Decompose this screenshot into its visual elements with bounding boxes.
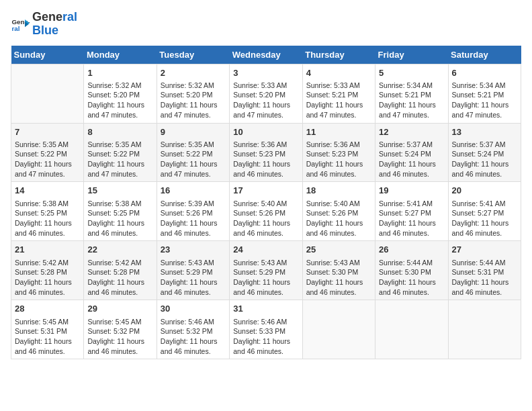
day-info: Sunrise: 5:35 AM Sunset: 5:22 PM Dayligh…: [87, 140, 152, 179]
day-header-tuesday: Tuesday: [157, 46, 229, 64]
day-number: 31: [233, 303, 298, 315]
day-info: Sunrise: 5:35 AM Sunset: 5:22 PM Dayligh…: [15, 140, 80, 179]
day-info: Sunrise: 5:38 AM Sunset: 5:25 PM Dayligh…: [87, 199, 152, 238]
calendar-cell: 6Sunrise: 5:34 AM Sunset: 5:21 PM Daylig…: [448, 64, 521, 123]
day-header-wednesday: Wednesday: [230, 46, 302, 64]
day-info: Sunrise: 5:40 AM Sunset: 5:26 PM Dayligh…: [233, 199, 298, 238]
day-info: Sunrise: 5:42 AM Sunset: 5:28 PM Dayligh…: [15, 258, 80, 298]
header-row: SundayMondayTuesdayWednesdayThursdayFrid…: [11, 46, 521, 64]
day-info: Sunrise: 5:40 AM Sunset: 5:26 PM Dayligh…: [306, 199, 371, 238]
day-info: Sunrise: 5:44 AM Sunset: 5:31 PM Dayligh…: [452, 258, 517, 298]
day-info: Sunrise: 5:44 AM Sunset: 5:30 PM Dayligh…: [379, 258, 444, 298]
day-number: 28: [15, 303, 80, 315]
calendar-cell: [302, 300, 375, 359]
day-number: 18: [306, 185, 371, 197]
day-info: Sunrise: 5:35 AM Sunset: 5:22 PM Dayligh…: [161, 140, 226, 179]
day-number: 30: [161, 303, 226, 315]
day-number: 3: [233, 67, 298, 79]
day-number: 20: [452, 185, 517, 197]
day-info: Sunrise: 5:43 AM Sunset: 5:29 PM Dayligh…: [233, 258, 298, 298]
day-number: 8: [87, 126, 152, 138]
calendar-cell: 11Sunrise: 5:36 AM Sunset: 5:23 PM Dayli…: [302, 123, 375, 182]
calendar-cell: 4Sunrise: 5:33 AM Sunset: 5:21 PM Daylig…: [302, 64, 375, 123]
day-info: Sunrise: 5:46 AM Sunset: 5:33 PM Dayligh…: [233, 317, 298, 357]
day-info: Sunrise: 5:39 AM Sunset: 5:26 PM Dayligh…: [161, 199, 226, 238]
calendar-cell: 19Sunrise: 5:41 AM Sunset: 5:27 PM Dayli…: [375, 182, 448, 241]
day-info: Sunrise: 5:43 AM Sunset: 5:29 PM Dayligh…: [161, 258, 226, 298]
day-number: 12: [379, 126, 444, 138]
day-number: 11: [306, 126, 371, 138]
day-number: 17: [233, 185, 298, 197]
calendar-cell: 28Sunrise: 5:45 AM Sunset: 5:31 PM Dayli…: [11, 300, 84, 359]
calendar-cell: [448, 300, 521, 359]
day-number: 19: [379, 185, 444, 197]
calendar-cell: 7Sunrise: 5:35 AM Sunset: 5:22 PM Daylig…: [11, 123, 84, 182]
day-number: 27: [452, 244, 517, 256]
svg-text:ral: ral: [11, 25, 19, 32]
calendar-cell: 14Sunrise: 5:38 AM Sunset: 5:25 PM Dayli…: [11, 182, 84, 241]
calendar-cell: 25Sunrise: 5:43 AM Sunset: 5:30 PM Dayli…: [302, 241, 375, 300]
day-number: 23: [161, 244, 226, 256]
day-info: Sunrise: 5:32 AM Sunset: 5:20 PM Dayligh…: [161, 81, 226, 120]
day-number: 13: [452, 126, 517, 138]
day-number: 6: [452, 67, 517, 79]
calendar-week-2: 7Sunrise: 5:35 AM Sunset: 5:22 PM Daylig…: [11, 123, 521, 182]
calendar-cell: 2Sunrise: 5:32 AM Sunset: 5:20 PM Daylig…: [157, 64, 229, 123]
logo: Gene- ral GeneralBlue: [11, 11, 77, 38]
day-header-sunday: Sunday: [11, 46, 84, 64]
calendar-cell: 10Sunrise: 5:36 AM Sunset: 5:23 PM Dayli…: [230, 123, 302, 182]
day-number: 10: [233, 126, 298, 138]
calendar-cell: 18Sunrise: 5:40 AM Sunset: 5:26 PM Dayli…: [302, 182, 375, 241]
day-header-thursday: Thursday: [302, 46, 375, 64]
calendar-cell: 20Sunrise: 5:41 AM Sunset: 5:27 PM Dayli…: [448, 182, 521, 241]
calendar-week-5: 28Sunrise: 5:45 AM Sunset: 5:31 PM Dayli…: [11, 300, 521, 359]
logo-text: GeneralBlue: [32, 11, 77, 38]
calendar-cell: 17Sunrise: 5:40 AM Sunset: 5:26 PM Dayli…: [230, 182, 302, 241]
calendar-cell: 26Sunrise: 5:44 AM Sunset: 5:30 PM Dayli…: [375, 241, 448, 300]
day-number: 29: [87, 303, 152, 315]
calendar-cell: 21Sunrise: 5:42 AM Sunset: 5:28 PM Dayli…: [11, 241, 84, 300]
calendar-cell: 27Sunrise: 5:44 AM Sunset: 5:31 PM Dayli…: [448, 241, 521, 300]
calendar-cell: 8Sunrise: 5:35 AM Sunset: 5:22 PM Daylig…: [84, 123, 157, 182]
calendar-cell: 16Sunrise: 5:39 AM Sunset: 5:26 PM Dayli…: [157, 182, 229, 241]
day-number: 25: [306, 244, 371, 256]
day-number: 22: [87, 244, 152, 256]
day-number: 16: [161, 185, 226, 197]
day-info: Sunrise: 5:41 AM Sunset: 5:27 PM Dayligh…: [379, 199, 444, 238]
calendar-cell: [11, 64, 84, 123]
day-number: 14: [15, 185, 80, 197]
calendar-table: SundayMondayTuesdayWednesdayThursdayFrid…: [11, 46, 521, 360]
day-info: Sunrise: 5:34 AM Sunset: 5:21 PM Dayligh…: [452, 81, 517, 120]
calendar-cell: 13Sunrise: 5:37 AM Sunset: 5:24 PM Dayli…: [448, 123, 521, 182]
calendar-cell: 1Sunrise: 5:32 AM Sunset: 5:20 PM Daylig…: [84, 64, 157, 123]
day-number: 2: [161, 67, 226, 79]
day-info: Sunrise: 5:36 AM Sunset: 5:23 PM Dayligh…: [306, 140, 371, 179]
day-info: Sunrise: 5:38 AM Sunset: 5:25 PM Dayligh…: [15, 199, 80, 238]
day-number: 21: [15, 244, 80, 256]
day-number: 5: [379, 67, 444, 79]
calendar-week-3: 14Sunrise: 5:38 AM Sunset: 5:25 PM Dayli…: [11, 182, 521, 241]
calendar-week-1: 1Sunrise: 5:32 AM Sunset: 5:20 PM Daylig…: [11, 64, 521, 123]
day-number: 1: [87, 67, 152, 79]
day-info: Sunrise: 5:33 AM Sunset: 5:21 PM Dayligh…: [306, 81, 371, 120]
day-info: Sunrise: 5:46 AM Sunset: 5:32 PM Dayligh…: [161, 317, 226, 357]
day-info: Sunrise: 5:42 AM Sunset: 5:28 PM Dayligh…: [87, 258, 152, 298]
calendar-cell: 9Sunrise: 5:35 AM Sunset: 5:22 PM Daylig…: [157, 123, 229, 182]
day-header-monday: Monday: [84, 46, 157, 64]
day-info: Sunrise: 5:43 AM Sunset: 5:30 PM Dayligh…: [306, 258, 371, 298]
calendar-cell: 29Sunrise: 5:45 AM Sunset: 5:32 PM Dayli…: [84, 300, 157, 359]
day-info: Sunrise: 5:41 AM Sunset: 5:27 PM Dayligh…: [452, 199, 517, 238]
logo-icon: Gene- ral: [11, 15, 30, 34]
calendar-cell: 31Sunrise: 5:46 AM Sunset: 5:33 PM Dayli…: [230, 300, 302, 359]
day-info: Sunrise: 5:45 AM Sunset: 5:31 PM Dayligh…: [15, 317, 80, 357]
page-header: Gene- ral GeneralBlue: [11, 11, 521, 38]
day-info: Sunrise: 5:45 AM Sunset: 5:32 PM Dayligh…: [87, 317, 152, 357]
calendar-cell: 22Sunrise: 5:42 AM Sunset: 5:28 PM Dayli…: [84, 241, 157, 300]
day-header-saturday: Saturday: [448, 46, 521, 64]
day-info: Sunrise: 5:37 AM Sunset: 5:24 PM Dayligh…: [452, 140, 517, 179]
day-number: 9: [161, 126, 226, 138]
calendar-cell: 23Sunrise: 5:43 AM Sunset: 5:29 PM Dayli…: [157, 241, 229, 300]
day-info: Sunrise: 5:33 AM Sunset: 5:20 PM Dayligh…: [233, 81, 298, 120]
calendar-cell: 15Sunrise: 5:38 AM Sunset: 5:25 PM Dayli…: [84, 182, 157, 241]
calendar-cell: [375, 300, 448, 359]
